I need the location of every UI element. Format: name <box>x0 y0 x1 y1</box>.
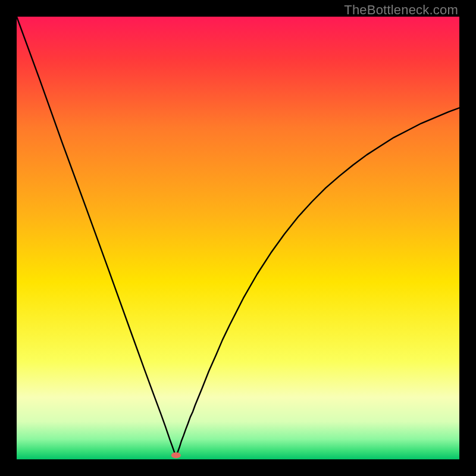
watermark-text: TheBottleneck.com <box>344 2 458 18</box>
chart-frame: TheBottleneck.com <box>0 0 476 476</box>
chart-background <box>17 17 459 459</box>
plot-area <box>17 17 459 459</box>
minimum-marker <box>171 452 181 458</box>
chart-svg <box>17 17 459 459</box>
